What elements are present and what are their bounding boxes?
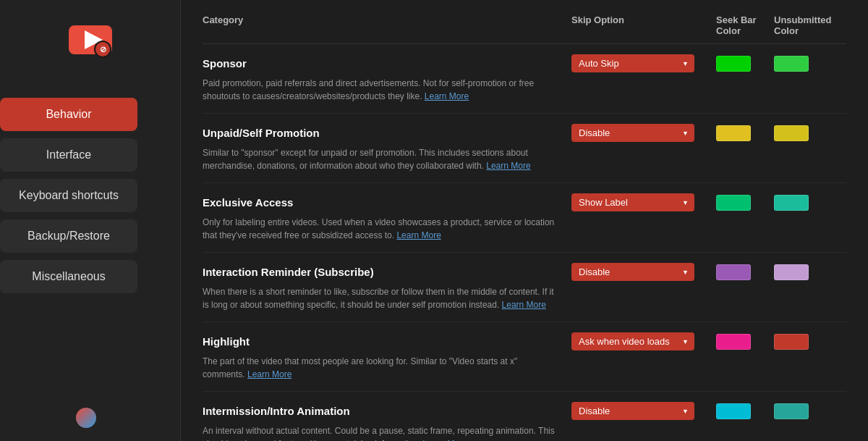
learn-more-link[interactable]: Learn More	[425, 91, 469, 101]
seek-bar-color-cell	[716, 334, 774, 350]
nav-btn-keyboard[interactable]: Keyboard shortcuts	[0, 179, 137, 212]
seek-bar-color-swatch[interactable]	[716, 403, 751, 419]
unsubmitted-color-swatch[interactable]	[774, 264, 809, 280]
nav-btn-misc[interactable]: Miscellaneous	[0, 260, 137, 293]
learn-more-link[interactable]: Learn More	[486, 161, 530, 171]
skip-option-select[interactable]: Auto SkipManual SkipShow LabelDisable	[571, 124, 694, 142]
category-main-row: HighlightAuto SkipManual SkipAsk when vi…	[203, 332, 846, 350]
learn-more-link[interactable]: Learn More	[396, 230, 441, 240]
col-header-seekbar: Seek Bar Color	[716, 14, 774, 36]
category-desc-row: An interval without actual content. Coul…	[203, 424, 846, 441]
category-name: Intermission/Intro Animation	[203, 405, 571, 417]
unsubmitted-color-swatch[interactable]	[774, 195, 809, 211]
seek-bar-color-swatch[interactable]	[716, 56, 751, 72]
svg-text:⊘: ⊘	[99, 45, 106, 54]
category-desc-row: When there is a short reminder to like, …	[203, 285, 846, 311]
category-description: Paid promotion, paid referrals and direc…	[203, 77, 571, 103]
category-row: Interaction Reminder (Subscribe)Auto Ski…	[203, 253, 846, 322]
category-main-row: SponsorAuto SkipManual SkipShow LabelDis…	[203, 54, 846, 72]
seek-bar-color-swatch[interactable]	[716, 125, 751, 141]
category-name: Unpaid/Self Promotion	[203, 127, 571, 139]
unsubmitted-color-swatch[interactable]	[774, 403, 809, 419]
skip-option-select[interactable]: Auto SkipManual SkipShow LabelDisable	[571, 263, 694, 281]
category-name: Exclusive Access	[203, 196, 571, 209]
nav-buttons: BehaviorInterfaceKeyboard shortcutsBacku…	[0, 94, 180, 297]
unsubmitted-color-cell	[774, 264, 846, 280]
col-header-category: Category	[203, 14, 571, 36]
seek-bar-color-cell	[716, 125, 774, 141]
category-description: Similar to "sponsor" except for unpaid o…	[203, 146, 571, 172]
unsubmitted-color-cell	[774, 56, 846, 72]
category-main-row: Intermission/Intro AnimationAuto SkipMan…	[203, 402, 846, 420]
skip-option-select[interactable]: Auto SkipManual SkipShow LabelDisable	[571, 193, 694, 211]
category-row: Exclusive AccessAuto SkipManual SkipShow…	[203, 183, 846, 253]
nav-btn-interface[interactable]: Interface	[0, 138, 137, 172]
skip-option-select-wrap: Auto SkipManual SkipShow LabelDisable	[571, 193, 694, 211]
category-desc-row: Only for labeling entire videos. Used wh…	[203, 216, 846, 242]
learn-more-link[interactable]: Learn More	[502, 300, 546, 310]
seek-bar-color-swatch[interactable]	[716, 195, 751, 211]
unsubmitted-color-cell	[774, 195, 846, 211]
categories-container: SponsorAuto SkipManual SkipShow LabelDis…	[203, 44, 846, 441]
category-desc-row: The part of the video that most people a…	[203, 355, 846, 381]
category-desc-row: Similar to "sponsor" except for unpaid o…	[203, 146, 846, 172]
unsubmitted-color-swatch[interactable]	[774, 125, 809, 141]
category-desc-row: Paid promotion, paid referrals and direc…	[203, 77, 846, 103]
category-name: Sponsor	[203, 57, 571, 70]
table-header: Category Skip Option Seek Bar Color Unsu…	[203, 14, 846, 44]
learn-more-link[interactable]: Learn More	[247, 369, 292, 379]
seek-bar-color-cell	[716, 403, 774, 419]
nav-btn-behavior[interactable]: Behavior	[0, 98, 137, 131]
skip-option-select[interactable]: Auto SkipManual SkipAsk when video loads…	[571, 332, 694, 350]
category-row: Intermission/Intro AnimationAuto SkipMan…	[203, 392, 846, 441]
seek-bar-color-swatch[interactable]	[716, 264, 751, 280]
category-description: Only for labeling entire videos. Used wh…	[203, 216, 571, 242]
category-description: When there is a short reminder to like, …	[203, 285, 571, 311]
unsubmitted-color-swatch[interactable]	[774, 56, 809, 72]
category-main-row: Exclusive AccessAuto SkipManual SkipShow…	[203, 193, 846, 211]
skip-option-select-wrap: Auto SkipManual SkipShow LabelDisable	[571, 124, 694, 142]
category-row: SponsorAuto SkipManual SkipShow LabelDis…	[203, 44, 846, 114]
creator-avatar	[76, 408, 96, 428]
skip-option-select-wrap: Auto SkipManual SkipShow LabelDisable	[571, 54, 694, 72]
nav-btn-backup[interactable]: Backup/Restore	[0, 219, 137, 253]
category-name: Highlight	[203, 335, 571, 348]
skip-option-select-wrap: Auto SkipManual SkipAsk when video loads…	[571, 332, 694, 350]
skip-option-select[interactable]: Auto SkipManual SkipShow LabelDisable	[571, 54, 694, 72]
category-name: Interaction Reminder (Subscribe)	[203, 266, 571, 278]
seek-bar-color-cell	[716, 56, 774, 72]
unsubmitted-color-swatch[interactable]	[774, 334, 809, 350]
category-description: An interval without actual content. Coul…	[203, 424, 571, 441]
category-row: Unpaid/Self PromotionAuto SkipManual Ski…	[203, 114, 846, 183]
skip-option-select-wrap: Auto SkipManual SkipShow LabelDisable	[571, 263, 694, 281]
creator-area	[76, 400, 105, 434]
main-content: Category Skip Option Seek Bar Color Unsu…	[181, 0, 868, 441]
skip-option-select[interactable]: Auto SkipManual SkipShow LabelDisable	[571, 402, 694, 420]
seek-bar-color-swatch[interactable]	[716, 334, 751, 350]
col-header-skip: Skip Option	[571, 14, 716, 36]
col-header-unsubmitted: Unsubmitted Color	[774, 14, 846, 36]
seek-bar-color-cell	[716, 195, 774, 211]
category-row: HighlightAuto SkipManual SkipAsk when vi…	[203, 322, 846, 392]
unsubmitted-color-cell	[774, 125, 846, 141]
sidebar: ⊘ BehaviorInterfaceKeyboard shortcutsBac…	[0, 0, 181, 441]
category-main-row: Interaction Reminder (Subscribe)Auto Ski…	[203, 263, 846, 281]
seek-bar-color-cell	[716, 264, 774, 280]
logo-area: ⊘	[65, 14, 116, 72]
unsubmitted-color-cell	[774, 403, 846, 419]
sponsorblock-logo: ⊘	[65, 14, 116, 65]
category-description: The part of the video that most people a…	[203, 355, 571, 381]
category-main-row: Unpaid/Self PromotionAuto SkipManual Ski…	[203, 124, 846, 142]
skip-option-select-wrap: Auto SkipManual SkipShow LabelDisable	[571, 402, 694, 420]
unsubmitted-color-cell	[774, 334, 846, 350]
